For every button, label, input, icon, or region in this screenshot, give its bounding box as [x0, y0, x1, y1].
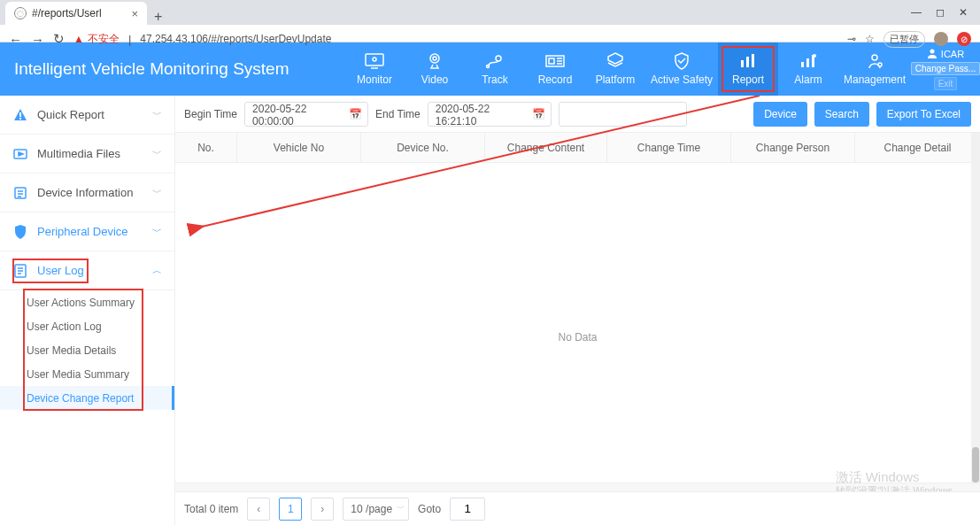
- nav-label: Video: [421, 73, 448, 86]
- pagination: Total 0 item ‹ 1 › 10 /page Goto: [175, 491, 980, 525]
- sidebar-user-log-group: User Log ︿ User Actions Summary User Act…: [0, 251, 174, 410]
- sidebar-label: Peripheral Device: [37, 225, 128, 238]
- col-time: Change Time: [607, 133, 731, 162]
- pager-prev[interactable]: ‹: [247, 498, 270, 521]
- end-time-value: 2020-05-22 16:21:10: [436, 103, 490, 127]
- maximize-icon[interactable]: ◻: [936, 6, 945, 19]
- nav-record[interactable]: Record: [525, 42, 585, 96]
- sidebar-user-log[interactable]: User Log ︿: [0, 251, 174, 290]
- warning-icon: ▲: [73, 33, 84, 45]
- begin-time-input[interactable]: 2020-05-22 00:00:00 📅: [244, 102, 368, 127]
- url-separator: |: [128, 33, 131, 46]
- svg-point-14: [872, 55, 877, 60]
- pager-goto-label: Goto: [418, 503, 441, 515]
- device-button[interactable]: Device: [753, 102, 807, 127]
- svg-rect-17: [19, 112, 21, 117]
- platform-icon: [606, 52, 625, 70]
- sidebar-label: Quick Report: [37, 108, 104, 121]
- sidebar-label: Multimedia Files: [37, 147, 120, 160]
- url-text[interactable]: 47.254.43.106/#/reports/UserDevUpdate: [140, 33, 331, 45]
- insecure-badge[interactable]: ▲ 不安全: [73, 32, 120, 47]
- nav-video[interactable]: Video: [405, 42, 465, 96]
- search-button[interactable]: Search: [814, 102, 869, 127]
- sidebar-multimedia[interactable]: Multimedia Files ﹀: [0, 135, 174, 174]
- log-icon: [12, 263, 28, 279]
- sidebar-label: Device Information: [37, 186, 133, 199]
- sidebar-device-info[interactable]: Device Information ﹀: [0, 174, 174, 212]
- shield-icon: [12, 224, 28, 240]
- track-icon: [485, 52, 505, 70]
- close-icon[interactable]: ×: [131, 7, 138, 20]
- calendar-icon: 📅: [349, 108, 362, 120]
- begin-time-label: Begin Time: [184, 108, 237, 120]
- svg-point-13: [813, 54, 816, 58]
- chevron-down-icon: ﹀: [152, 147, 162, 160]
- nav-track[interactable]: Track: [465, 42, 525, 96]
- nav-management[interactable]: Management: [838, 42, 911, 96]
- sidebar-peripheral[interactable]: Peripheral Device ﹀: [0, 212, 174, 251]
- nav-alarm[interactable]: Alarm: [778, 42, 838, 96]
- export-button[interactable]: Export To Excel: [876, 102, 971, 127]
- svg-rect-8: [746, 57, 749, 67]
- warning-icon: [12, 107, 28, 123]
- end-time-input[interactable]: 2020-05-22 16:21:10 📅: [428, 102, 552, 127]
- user-name: ICAR: [941, 49, 964, 59]
- nav-report[interactable]: Report: [718, 42, 778, 96]
- pager-next[interactable]: ›: [311, 498, 334, 521]
- info-icon: [12, 185, 28, 201]
- nav-label: Report: [732, 73, 764, 86]
- calendar-icon: 📅: [532, 108, 545, 120]
- alarm-icon: [799, 52, 818, 70]
- close-window-icon[interactable]: ✕: [959, 6, 968, 19]
- pager-page-1[interactable]: 1: [279, 498, 302, 521]
- sidebar-sub-media-details[interactable]: User Media Details: [0, 338, 174, 362]
- search-text-input[interactable]: [559, 102, 687, 127]
- sidebar-label: User Log: [37, 264, 84, 277]
- insecure-label: 不安全: [88, 32, 120, 47]
- svg-rect-7: [741, 60, 744, 67]
- nav-platform[interactable]: Platform: [585, 42, 645, 96]
- scrollbar-vertical[interactable]: [971, 133, 980, 483]
- sidebar-sub-actions-summary[interactable]: User Actions Summary: [0, 290, 174, 314]
- top-nav: Monitor Video Track Record Platform Acti…: [344, 42, 980, 96]
- col-detail: Change Detail: [855, 133, 980, 162]
- minimize-icon[interactable]: —: [911, 6, 922, 19]
- new-tab-button[interactable]: +: [147, 9, 169, 25]
- chart-icon: [738, 52, 758, 70]
- change-pass-button[interactable]: Change Pass...: [911, 62, 980, 75]
- app-body: Quick Report ﹀ Multimedia Files ﹀ Device…: [0, 96, 980, 525]
- nav-label: Active Safety: [651, 73, 713, 86]
- sidebar-quick-report[interactable]: Quick Report ﹀: [0, 96, 174, 135]
- chevron-down-icon: ﹀: [152, 186, 162, 199]
- svg-rect-0: [366, 54, 383, 66]
- sidebar-sub-device-change[interactable]: Device Change Report: [0, 386, 174, 410]
- svg-point-3: [433, 57, 436, 60]
- app-header: Intelligent Vehicle Monitoring System Mo…: [0, 42, 980, 96]
- pager-total: Total 0 item: [184, 503, 238, 515]
- nav-label: Alarm: [794, 73, 822, 86]
- nav-monitor[interactable]: Monitor: [344, 42, 405, 96]
- svg-rect-10: [801, 62, 804, 67]
- end-time-label: End Time: [375, 108, 421, 120]
- tab-bar: ◌ #/reports/Userl × + — ◻ ✕: [0, 0, 980, 25]
- globe-icon: ◌: [14, 7, 27, 19]
- sidebar-sub-media-summary[interactable]: User Media Summary: [0, 362, 174, 386]
- reload-icon[interactable]: ↻: [53, 31, 65, 47]
- tab-title: #/reports/Userl: [32, 7, 102, 19]
- browser-tab[interactable]: ◌ #/reports/Userl ×: [5, 2, 147, 25]
- svg-rect-9: [752, 54, 754, 67]
- svg-rect-18: [19, 118, 21, 120]
- pager-goto-input[interactable]: [450, 498, 485, 521]
- sidebar-sub-action-log[interactable]: User Action Log: [0, 314, 174, 338]
- col-person: Change Person: [731, 133, 855, 162]
- exit-button[interactable]: Exit: [934, 77, 958, 90]
- back-icon[interactable]: ←: [9, 32, 22, 47]
- user-icon: [927, 48, 938, 60]
- app-title: Intelligent Vehicle Monitoring System: [0, 59, 289, 79]
- pager-page-size[interactable]: 10 /page: [343, 498, 409, 521]
- col-content: Change Content: [485, 133, 607, 162]
- nav-active-safety[interactable]: Active Safety: [645, 42, 718, 96]
- col-device: Device No.: [361, 133, 485, 162]
- forward-icon[interactable]: →: [31, 32, 44, 47]
- col-vehicle: Vehicle No: [237, 133, 361, 162]
